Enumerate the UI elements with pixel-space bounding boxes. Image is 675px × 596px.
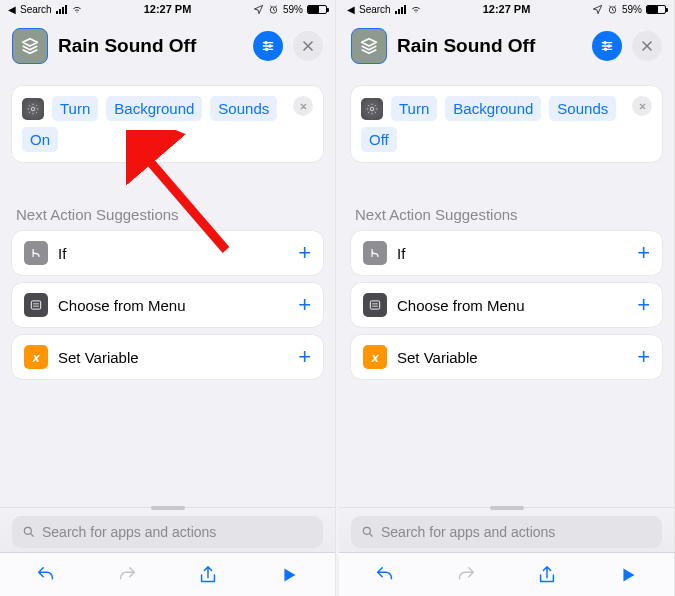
back-caret-icon[interactable]: ◀ <box>8 4 16 15</box>
svg-point-4 <box>265 42 267 44</box>
suggestion-item[interactable]: x Set Variable + <box>12 335 323 379</box>
search-input[interactable]: Search for apps and actions <box>12 516 323 548</box>
suggestion-label: Set Variable <box>58 349 298 366</box>
suggestion-label: If <box>397 245 637 262</box>
action-token[interactable]: Turn <box>52 96 98 121</box>
action-token[interactable]: Sounds <box>549 96 616 121</box>
svg-rect-8 <box>31 301 40 309</box>
svg-point-24 <box>363 527 370 534</box>
add-icon[interactable]: + <box>298 346 311 368</box>
back-caret-icon[interactable]: ◀ <box>347 4 355 15</box>
battery-percentage: 59% <box>622 4 642 15</box>
suggestion-label: Set Variable <box>397 349 637 366</box>
add-icon[interactable]: + <box>637 294 650 316</box>
variable-icon: x <box>363 345 387 369</box>
screenshot-right: ◀ Search 12:27 PM 59% Rain Sound Off <box>339 0 675 596</box>
back-app-label[interactable]: Search <box>359 4 391 15</box>
search-panel: Search for apps and actions <box>0 507 335 552</box>
suggestions-list: If + Choose from Menu + x Set Variable + <box>0 231 335 387</box>
action-token[interactable]: Off <box>361 127 397 152</box>
battery-percentage: 59% <box>283 4 303 15</box>
location-icon <box>592 4 603 15</box>
branch-icon <box>24 241 48 265</box>
close-button[interactable] <box>293 31 323 61</box>
undo-button[interactable] <box>26 564 66 586</box>
search-placeholder: Search for apps and actions <box>42 524 313 540</box>
page-title: Rain Sound Off <box>58 35 243 57</box>
svg-point-19 <box>605 48 607 50</box>
title-bar: Rain Sound Off <box>0 18 335 76</box>
svg-point-7 <box>31 107 35 111</box>
cellular-icon <box>395 5 406 14</box>
add-icon[interactable]: + <box>298 242 311 264</box>
action-card[interactable]: Turn Background Sounds Off <box>351 86 662 162</box>
clock: 12:27 PM <box>144 3 192 15</box>
share-button[interactable] <box>188 564 228 586</box>
suggestion-item[interactable]: If + <box>351 231 662 275</box>
suggestions-list: If + Choose from Menu + x Set Variable + <box>339 231 674 387</box>
drag-handle-icon[interactable] <box>151 506 185 510</box>
svg-point-5 <box>269 45 271 47</box>
clear-action-button[interactable] <box>293 96 313 116</box>
menu-icon <box>24 293 48 317</box>
action-token[interactable]: Sounds <box>210 96 277 121</box>
wifi-icon <box>410 5 422 14</box>
suggestion-label: Choose from Menu <box>397 297 637 314</box>
play-button[interactable] <box>269 564 309 586</box>
undo-button[interactable] <box>365 564 405 586</box>
suggestion-label: If <box>58 245 298 262</box>
suggestion-label: Choose from Menu <box>58 297 298 314</box>
clock: 12:27 PM <box>483 3 531 15</box>
screenshot-left: ◀ Search 12:27 PM 59% Rain Sound Off <box>0 0 336 596</box>
suggestion-item[interactable]: x Set Variable + <box>351 335 662 379</box>
redo-button[interactable] <box>107 564 147 586</box>
redo-button[interactable] <box>446 564 486 586</box>
shortcut-icon[interactable] <box>351 28 387 64</box>
search-input[interactable]: Search for apps and actions <box>351 516 662 548</box>
share-button[interactable] <box>527 564 567 586</box>
bottom-toolbar <box>0 552 335 596</box>
action-card[interactable]: Turn Background Sounds On <box>12 86 323 162</box>
action-token[interactable]: Turn <box>391 96 437 121</box>
drag-handle-icon[interactable] <box>490 506 524 510</box>
menu-icon <box>363 293 387 317</box>
search-icon <box>22 525 36 539</box>
suggestion-item[interactable]: Choose from Menu + <box>351 283 662 327</box>
add-icon[interactable]: + <box>298 294 311 316</box>
search-placeholder: Search for apps and actions <box>381 524 652 540</box>
shortcut-icon[interactable] <box>12 28 48 64</box>
suggestions-header: Next Action Suggestions <box>0 178 335 231</box>
cellular-icon <box>56 5 67 14</box>
clear-action-button[interactable] <box>632 96 652 116</box>
close-button[interactable] <box>632 31 662 61</box>
svg-rect-21 <box>370 301 379 309</box>
search-panel: Search for apps and actions <box>339 507 674 552</box>
svg-line-25 <box>370 534 373 537</box>
search-icon <box>361 525 375 539</box>
svg-point-18 <box>608 45 610 47</box>
svg-point-11 <box>24 527 31 534</box>
add-icon[interactable]: + <box>637 242 650 264</box>
action-token[interactable]: Background <box>106 96 202 121</box>
suggestion-item[interactable]: If + <box>12 231 323 275</box>
svg-point-6 <box>266 48 268 50</box>
bottom-toolbar <box>339 552 674 596</box>
alarm-icon <box>607 4 618 15</box>
suggestions-header: Next Action Suggestions <box>339 178 674 231</box>
suggestion-item[interactable]: Choose from Menu + <box>12 283 323 327</box>
play-button[interactable] <box>608 564 648 586</box>
battery-icon <box>307 5 327 14</box>
action-token[interactable]: On <box>22 127 58 152</box>
add-icon[interactable]: + <box>637 346 650 368</box>
branch-icon <box>363 241 387 265</box>
settings-button[interactable] <box>592 31 622 61</box>
title-bar: Rain Sound Off <box>339 18 674 76</box>
svg-point-20 <box>370 107 374 111</box>
svg-point-17 <box>604 42 606 44</box>
action-token[interactable]: Background <box>445 96 541 121</box>
gear-icon <box>361 98 383 120</box>
gear-icon <box>22 98 44 120</box>
page-title: Rain Sound Off <box>397 35 582 57</box>
settings-button[interactable] <box>253 31 283 61</box>
back-app-label[interactable]: Search <box>20 4 52 15</box>
